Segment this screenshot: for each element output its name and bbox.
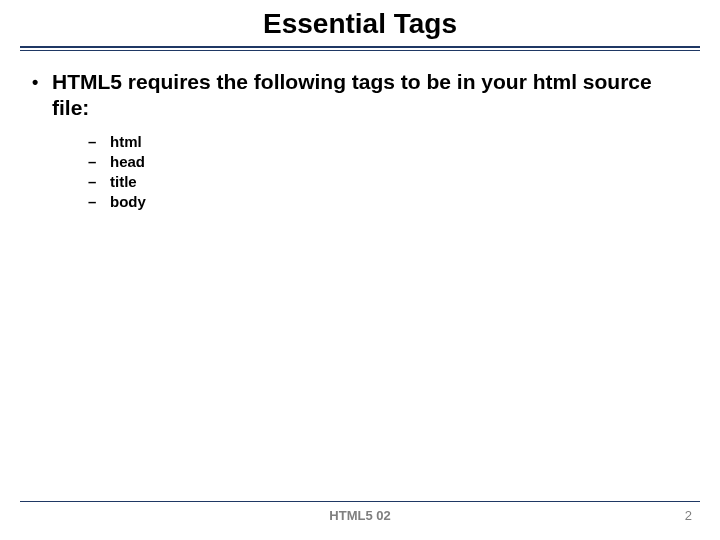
footer-center-text: HTML5 02	[0, 508, 720, 523]
list-item-label: title	[110, 172, 137, 192]
dash-icon: –	[88, 192, 110, 212]
list-item: – html	[88, 132, 690, 152]
content-area: • HTML5 requires the following tags to b…	[0, 51, 720, 213]
title-divider-thick	[20, 46, 700, 48]
dash-icon: –	[88, 132, 110, 152]
slide-title: Essential Tags	[0, 8, 720, 40]
lead-text: HTML5 requires the following tags to be …	[52, 70, 652, 119]
list-item-label: body	[110, 192, 146, 212]
title-area: Essential Tags	[0, 0, 720, 51]
footer: HTML5 02 2	[0, 501, 720, 526]
footer-row: HTML5 02 2	[0, 508, 720, 526]
list-item-label: head	[110, 152, 145, 172]
page-number: 2	[685, 508, 692, 523]
list-item: – title	[88, 172, 690, 192]
dash-icon: –	[88, 152, 110, 172]
slide: Essential Tags • HTML5 requires the foll…	[0, 0, 720, 540]
sublist: – html – head – title – body	[30, 132, 690, 213]
lead-line: • HTML5 requires the following tags to b…	[30, 69, 690, 122]
list-item-label: html	[110, 132, 142, 152]
bullet-icon: •	[32, 71, 38, 94]
footer-divider	[20, 501, 700, 502]
list-item: – body	[88, 192, 690, 212]
dash-icon: –	[88, 172, 110, 192]
list-item: – head	[88, 152, 690, 172]
